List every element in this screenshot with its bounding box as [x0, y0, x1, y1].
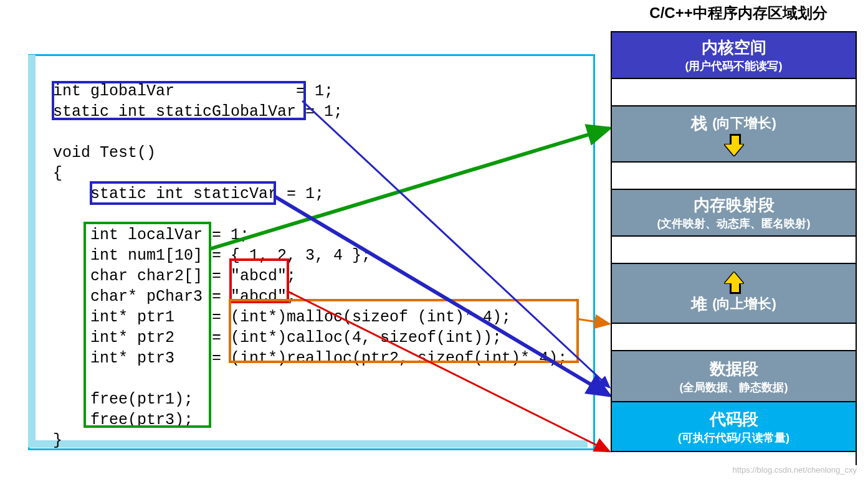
seg-text-sub: (可执行代码/只读常量) [678, 430, 789, 445]
seg-data: 数据段 (全局数据、静态数据) [611, 350, 856, 401]
seg-stack: 栈 (向下增长) [611, 105, 856, 161]
seg-kernel: 内核空间 (用户代码不能读写) [611, 31, 856, 78]
seg-stack-title: 栈 [691, 113, 707, 135]
seg-kernel-sub: (用户代码不能读写) [685, 59, 783, 73]
heap-up-arrow-icon [725, 272, 743, 293]
seg-mmap-title: 内存映射段 [694, 194, 775, 216]
seg-heap: 堆 (向上增长) [611, 263, 856, 323]
code-shadow-left [28, 55, 36, 447]
seg-stack-sub: (向下增长) [712, 114, 776, 133]
seg-heap-title: 堆 [691, 293, 707, 315]
seg-mmap-sub: (文件映射、动态库、匿名映射) [657, 216, 811, 231]
seg-data-title: 数据段 [710, 358, 758, 380]
memory-layout-table: 内核空间 (用户代码不能读写) 栈 (向下增长) 内存映射段 (文件映射、动态库… [611, 31, 857, 465]
code-listing: int globalVar = 1; static int staticGlob… [53, 81, 586, 451]
seg-text: 代码段 (可执行代码/只读常量) [611, 401, 856, 452]
memory-layout-title: C/C++中程序内存区域划分 [623, 3, 854, 23]
seg-heap-sub: (向上增长) [712, 295, 776, 313]
seg-gap2 [611, 161, 856, 189]
seg-mmap: 内存映射段 (文件映射、动态库、匿名映射) [611, 189, 856, 235]
seg-text-title: 代码段 [710, 409, 758, 430]
seg-kernel-title: 内核空间 [702, 37, 766, 59]
stack-down-arrow-icon [725, 135, 743, 156]
seg-gap4 [611, 323, 856, 350]
seg-gap1 [611, 78, 856, 105]
watermark: https://blog.csdn.net/chenlong_cxy [733, 465, 857, 475]
seg-data-sub: (全局数据、静态数据) [680, 380, 788, 395]
seg-gap3 [611, 235, 856, 263]
